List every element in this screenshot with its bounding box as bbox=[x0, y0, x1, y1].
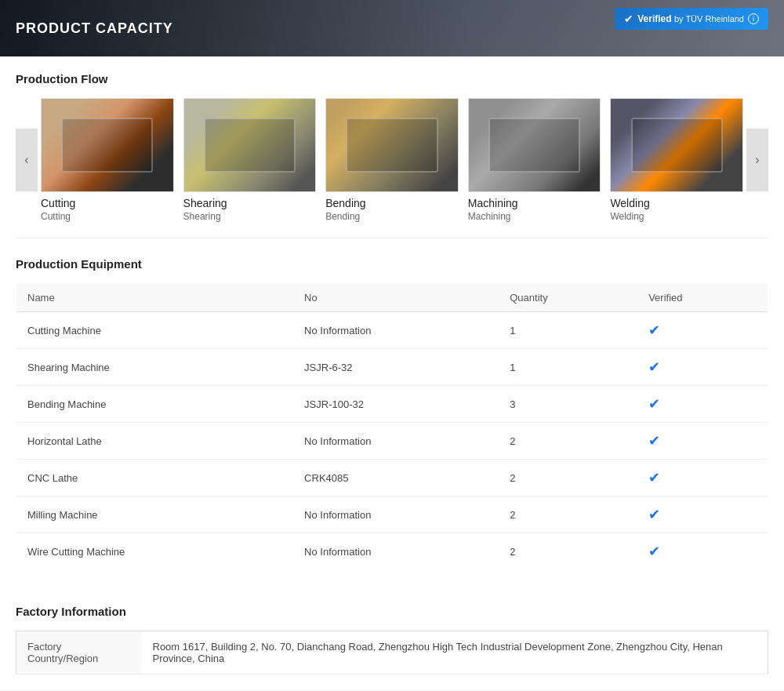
flow-label-bending-primary: Bending bbox=[325, 197, 459, 209]
factory-value: Room 1617, Building 2, No. 70, Dianchang… bbox=[142, 631, 768, 675]
info-icon[interactable]: i bbox=[748, 13, 759, 24]
verified-check-icon: ✔ bbox=[648, 544, 660, 559]
verified-label: Verified by TÜV Rheinland bbox=[637, 13, 744, 24]
col-header-quantity: Quantity bbox=[499, 284, 637, 312]
flow-label-cutting-primary: Cutting bbox=[41, 197, 174, 209]
equipment-name: Bending Machine bbox=[16, 386, 294, 423]
flow-item-bending: Bending Bending bbox=[325, 98, 459, 222]
equipment-no: No Information bbox=[293, 533, 499, 570]
equipment-name: Shearing Machine bbox=[16, 349, 294, 386]
production-equipment-title: Production Equipment bbox=[16, 257, 768, 271]
equipment-name: Cutting Machine bbox=[16, 312, 294, 349]
equipment-verified: ✔ bbox=[637, 423, 768, 460]
flow-item-shearing: Shearing Shearing bbox=[183, 98, 317, 222]
flow-label-shearing-secondary: Shearing bbox=[183, 211, 317, 222]
equipment-verified: ✔ bbox=[637, 460, 768, 496]
flow-item-welding: Welding Welding bbox=[610, 98, 743, 222]
equipment-no: No Information bbox=[293, 496, 499, 533]
equipment-table-row: Milling Machine No Information 2 ✔ bbox=[16, 496, 768, 533]
equipment-table-row: Wire Cutting Machine No Information 2 ✔ bbox=[16, 533, 768, 570]
factory-label: Factory Country/Region bbox=[16, 631, 142, 675]
equipment-no: No Information bbox=[293, 312, 499, 349]
equipment-no: JSJR-100-32 bbox=[293, 386, 499, 423]
equipment-no: CRK4085 bbox=[293, 460, 499, 496]
factory-information-title: Factory Information bbox=[16, 605, 768, 618]
carousel-next-button[interactable]: › bbox=[746, 129, 768, 191]
verified-check-icon: ✔ bbox=[648, 359, 660, 375]
verified-check-icon: ✔ bbox=[648, 396, 660, 412]
equipment-table: Name No Quantity Verified Cutting Machin… bbox=[16, 283, 768, 570]
equipment-name: Milling Machine bbox=[16, 496, 294, 533]
col-header-verified: Verified bbox=[637, 284, 768, 312]
equipment-table-row: Shearing Machine JSJR-6-32 1 ✔ bbox=[16, 349, 768, 386]
flow-label-bending-secondary: Bending bbox=[325, 211, 459, 222]
checkmark-icon: ✔ bbox=[624, 13, 633, 25]
verified-check-icon: ✔ bbox=[648, 470, 660, 486]
equipment-quantity: 1 bbox=[499, 349, 637, 386]
equipment-quantity: 2 bbox=[499, 496, 637, 533]
factory-table: Factory Country/Region Room 1617, Buildi… bbox=[16, 631, 768, 675]
col-header-name: Name bbox=[16, 284, 294, 312]
flow-item-machining: Machining Machining bbox=[468, 98, 601, 222]
equipment-name: Horizontal Lathe bbox=[16, 423, 294, 460]
page-title: PRODUCT CAPACITY bbox=[16, 20, 173, 37]
equipment-verified: ✔ bbox=[637, 349, 768, 386]
equipment-quantity: 1 bbox=[499, 312, 637, 349]
main-content: Production Flow ‹ Cutting Cutting Sheari… bbox=[0, 56, 784, 690]
equipment-table-row: Bending Machine JSJR-100-32 3 ✔ bbox=[16, 386, 768, 423]
flow-label-shearing-primary: Shearing bbox=[183, 197, 317, 209]
header-banner: PRODUCT CAPACITY ✔ Verified by TÜV Rhein… bbox=[0, 0, 784, 56]
flow-item-cutting: Cutting Cutting bbox=[41, 98, 174, 222]
equipment-verified: ✔ bbox=[637, 312, 768, 349]
equipment-table-row: Cutting Machine No Information 1 ✔ bbox=[16, 312, 768, 349]
equipment-quantity: 2 bbox=[499, 533, 637, 570]
equipment-no: No Information bbox=[293, 423, 499, 460]
carousel-prev-button[interactable]: ‹ bbox=[16, 129, 38, 191]
equipment-name: Wire Cutting Machine bbox=[16, 533, 294, 570]
verified-check-icon: ✔ bbox=[648, 507, 660, 522]
equipment-table-header-row: Name No Quantity Verified bbox=[16, 284, 768, 312]
equipment-verified: ✔ bbox=[637, 386, 768, 423]
flow-image-cutting bbox=[41, 98, 174, 192]
factory-information-section: Factory Information Factory Country/Regi… bbox=[16, 605, 768, 675]
flow-label-welding-secondary: Welding bbox=[610, 211, 743, 222]
carousel-wrapper: ‹ Cutting Cutting Shearing Shearing bbox=[16, 98, 768, 222]
equipment-quantity: 2 bbox=[499, 423, 637, 460]
equipment-table-row: CNC Lathe CRK4085 2 ✔ bbox=[16, 460, 768, 496]
flow-label-cutting-secondary: Cutting bbox=[41, 211, 174, 222]
flow-image-welding bbox=[610, 98, 743, 192]
verified-badge: ✔ Verified by TÜV Rheinland i bbox=[615, 8, 768, 30]
verified-check-icon: ✔ bbox=[648, 322, 660, 338]
production-flow-title: Production Flow bbox=[16, 72, 768, 85]
factory-table-row: Factory Country/Region Room 1617, Buildi… bbox=[16, 631, 768, 675]
production-flow-section: Production Flow ‹ Cutting Cutting Sheari… bbox=[16, 72, 768, 238]
flow-items-container: Cutting Cutting Shearing Shearing Bendin… bbox=[41, 98, 743, 222]
flow-image-shearing bbox=[183, 98, 317, 192]
production-equipment-section: Production Equipment Name No Quantity Ve… bbox=[16, 257, 768, 586]
equipment-table-row: Horizontal Lathe No Information 2 ✔ bbox=[16, 423, 768, 460]
flow-image-machining bbox=[468, 98, 601, 192]
flow-label-machining-secondary: Machining bbox=[468, 211, 601, 222]
equipment-quantity: 2 bbox=[499, 460, 637, 496]
equipment-quantity: 3 bbox=[499, 386, 637, 423]
flow-label-welding-primary: Welding bbox=[610, 197, 743, 209]
flow-image-bending bbox=[325, 98, 459, 192]
verified-check-icon: ✔ bbox=[648, 433, 660, 449]
equipment-verified: ✔ bbox=[637, 496, 768, 533]
equipment-name: CNC Lathe bbox=[16, 460, 294, 496]
equipment-verified: ✔ bbox=[637, 533, 768, 570]
flow-label-machining-primary: Machining bbox=[468, 197, 601, 209]
equipment-no: JSJR-6-32 bbox=[293, 349, 499, 386]
col-header-no: No bbox=[293, 284, 499, 312]
